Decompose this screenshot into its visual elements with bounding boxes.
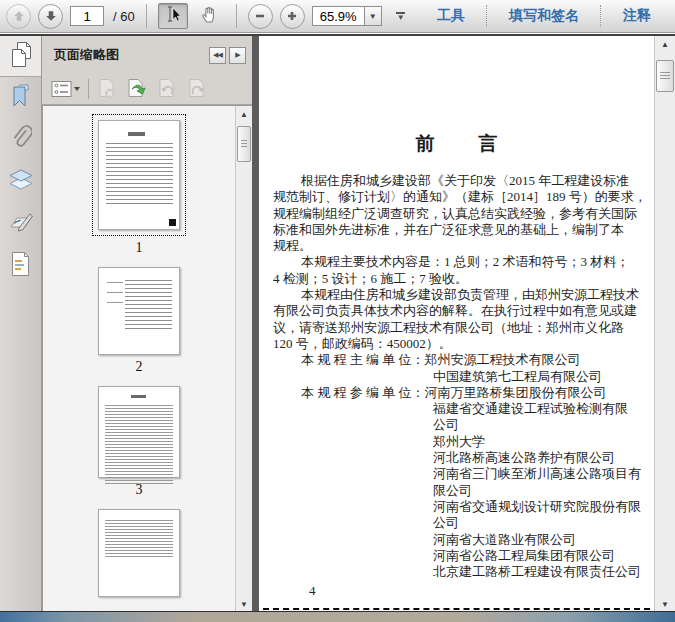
document-text-line: 有限公司负责具体技术内容的解释。在执行过程中如有意见或建 [273, 303, 642, 319]
rotate-left-button[interactable] [155, 77, 179, 101]
scroll-down-button[interactable]: ▼ [655, 596, 675, 612]
link-separator [486, 5, 488, 27]
scrollbar-grip [241, 140, 247, 148]
options-menu-button[interactable] [50, 77, 82, 101]
thumbnail-list: 123 [43, 106, 235, 612]
taskbar-edge [0, 611, 675, 622]
document-text-line: 河北路桥高速公路养护有限公司 [273, 450, 642, 466]
document-text-line: 河南省公路工程局集团有限公司 [273, 548, 642, 564]
document-text-line: 120 号，邮政编码：450002）。 [273, 336, 642, 352]
up-triangle-icon: ▲ [661, 40, 669, 49]
right-triangle-icon: ▶ [235, 51, 239, 59]
page-thumbnail[interactable] [98, 120, 180, 230]
document-text-line: 公司 [273, 515, 642, 531]
selected-thumbnail-outline[interactable] [92, 114, 186, 236]
thumbnail-page-number: 1 [136, 240, 143, 256]
document-text-line: 4 检测；5 设计；6 施工；7 验收。 [273, 271, 642, 287]
up-triangle-icon: ▲ [240, 110, 248, 119]
panel-header: 页面缩略图 ◀◀ ▶ [42, 36, 252, 74]
document-text-line: 本 规 程 主 编 单 位：郑州安源工程技术有限公司 [273, 352, 642, 368]
comments-tab[interactable] [0, 245, 41, 287]
page-thumbnails-icon [9, 41, 33, 72]
page-thumbnail[interactable] [98, 267, 180, 355]
navigation-icon-strip [0, 36, 42, 612]
document-text-line: 河南省交通规划设计研究院股份有限 [273, 499, 642, 515]
next-page-button[interactable] [38, 4, 63, 29]
document-text-line: 本规程主要技术内容是：1 总则；2 术语和符号；3 材料； [273, 254, 642, 270]
document-text-line: 限公司 [273, 483, 642, 499]
zoom-out-button[interactable] [248, 4, 273, 29]
down-triangle-icon: ▼ [240, 600, 248, 609]
minus-icon [254, 10, 266, 22]
zoom-level-input[interactable] [312, 6, 364, 26]
double-left-icon: ◀◀ [213, 51, 222, 59]
hand-tool-button[interactable] [195, 3, 225, 29]
zoom-in-button[interactable] [280, 4, 305, 29]
signature-icon [8, 210, 34, 238]
panel-toolbar-separator [88, 79, 89, 99]
scroll-up-button[interactable]: ▲ [236, 106, 252, 122]
layers-icon [8, 168, 34, 197]
document-text-line: 标准和国外先进标准，并在广泛征求意见的基础上，编制了本 [273, 222, 642, 238]
previous-page-button[interactable] [6, 4, 31, 29]
document-text-line: 公司 [273, 417, 642, 433]
page-number-input[interactable] [70, 6, 104, 26]
bookmark-icon [10, 83, 32, 113]
document-text-line: 福建省交通建设工程试验检测有限 [273, 401, 642, 417]
layers-tab[interactable] [0, 161, 41, 203]
scrollbar-track[interactable] [236, 122, 252, 596]
scrollbar-thumb[interactable] [237, 126, 251, 162]
document-text-line: 北京建工路桥工程建设有限责任公司 [273, 564, 642, 580]
bookmarks-tab[interactable] [0, 77, 41, 119]
chevron-down-icon: ▼ [397, 15, 405, 21]
panel-toolbar [42, 74, 252, 105]
document-scrollbar[interactable]: ▲ ▼ [654, 36, 675, 612]
signatures-tab[interactable] [0, 203, 41, 245]
link-separator [600, 5, 602, 27]
document-page[interactable]: 前 言 根据住房和城乡建设部《关于印发〈2015 年工程建设标准规范制订、修订计… [259, 36, 654, 612]
top-toolbar: / 60 ▼ ▼ 工具 填写和签名 注释 [0, 0, 675, 33]
thumbnails-panel: 页面缩略图 ◀◀ ▶ [42, 36, 252, 612]
plus-icon [286, 10, 298, 22]
attachments-tab[interactable] [0, 119, 41, 161]
panel-title: 页面缩略图 [54, 46, 206, 64]
document-text-line: 河南省三门峡至淅川高速公路项目有 [273, 466, 642, 482]
paperclip-icon [10, 124, 32, 156]
hand-tool-icon [200, 5, 219, 28]
thumbnail-list-area: 123 ▲ ▼ [42, 105, 252, 612]
page-thumbnail[interactable] [98, 509, 180, 597]
select-tool-button[interactable] [158, 3, 188, 29]
document-text-line: 规程编制组经广泛调查研究，认真总结实践经验，参考有关国际 [273, 206, 642, 222]
collapse-panel-button[interactable]: ◀◀ [209, 47, 226, 64]
scrollbar-track[interactable] [655, 52, 675, 596]
scroll-down-button[interactable]: ▼ [236, 596, 252, 612]
rotate-right-button[interactable] [185, 77, 209, 101]
thumbnail-page-number: 2 [136, 359, 143, 375]
zoom-dropdown-button[interactable]: ▼ [364, 6, 382, 26]
thumbnail-scrollbar[interactable]: ▲ ▼ [235, 106, 252, 612]
fill-sign-link[interactable]: 填写和签名 [495, 3, 593, 29]
tools-link[interactable]: 工具 [423, 3, 479, 29]
document-text-line: 议，请寄送郑州安源工程技术有限公司（地址：郑州市义化路 [273, 320, 642, 336]
panel-splitter[interactable] [252, 36, 259, 612]
document-title: 前 言 [273, 132, 642, 156]
scrollbar-thumb[interactable] [656, 60, 674, 92]
page-thumbnail[interactable] [98, 386, 180, 479]
down-triangle-icon: ▼ [661, 600, 669, 609]
toolbar-separator [236, 4, 237, 28]
extract-pages-button[interactable] [125, 77, 149, 101]
page-footer-number: 4 [273, 583, 642, 599]
document-text-line: 本规程由住房和城乡建设部负责管理，由郑州安源工程技术 [273, 287, 642, 303]
comment-link[interactable]: 注释 [609, 3, 665, 29]
toolbar-overflow-button[interactable]: ▼ [393, 8, 409, 24]
page-thumbnails-tab[interactable] [0, 36, 41, 77]
arrow-up-icon [12, 9, 26, 23]
document-text-line: 郑州大学 [273, 434, 642, 450]
scroll-up-button[interactable]: ▲ [655, 36, 675, 52]
document-text-line: 中国建筑第七工程局有限公司 [273, 369, 642, 385]
thumbnail-corner-marker [169, 219, 176, 226]
toolbar-separator [146, 4, 147, 28]
document-view: 前 言 根据住房和城乡建设部《关于印发〈2015 年工程建设标准规范制订、修订计… [259, 36, 654, 612]
expand-panel-button[interactable]: ▶ [229, 47, 246, 64]
delete-pages-button[interactable] [95, 77, 119, 101]
